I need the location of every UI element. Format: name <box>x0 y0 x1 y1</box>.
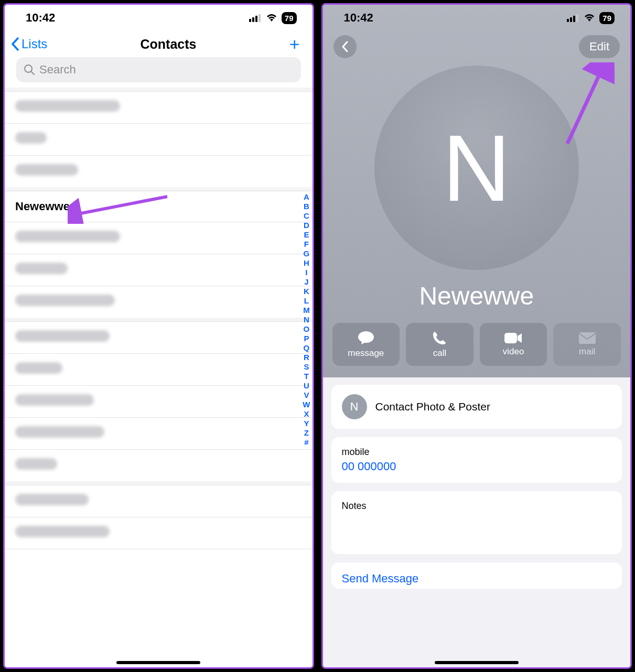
message-icon <box>357 330 375 346</box>
status-time: 10:42 <box>344 11 373 25</box>
contact-avatar[interactable]: N <box>374 66 579 270</box>
status-time: 10:42 <box>26 11 55 25</box>
message-button[interactable]: message <box>332 323 400 366</box>
index-letter[interactable]: L <box>303 296 310 305</box>
list-item[interactable] <box>5 222 313 254</box>
contacts-list[interactable]: Newewwe ABCDEFGHIJKLMNOPQRSTUVWXYZ# <box>5 88 313 667</box>
wifi-icon <box>266 14 277 22</box>
action-buttons: message call video mail <box>323 323 631 377</box>
status-indicators: 79 <box>567 12 615 24</box>
search-placeholder: Search <box>39 63 76 77</box>
page-title: Contacts <box>141 37 197 52</box>
send-message-row[interactable]: Send Message <box>331 562 622 589</box>
list-item[interactable] <box>5 124 313 156</box>
index-letter[interactable]: N <box>303 315 310 324</box>
video-button[interactable]: video <box>480 323 547 366</box>
call-button[interactable]: call <box>406 323 473 366</box>
svg-rect-10 <box>576 14 578 22</box>
svg-rect-0 <box>249 19 251 22</box>
video-icon <box>504 332 523 344</box>
index-letter[interactable]: X <box>303 409 310 418</box>
index-letter[interactable]: K <box>303 287 310 296</box>
avatar-initial: N <box>443 114 511 222</box>
edit-button[interactable]: Edit <box>579 35 620 58</box>
index-letter[interactable]: G <box>303 249 310 258</box>
notes-card[interactable]: Notes <box>331 491 622 554</box>
battery-icon: 79 <box>599 12 615 24</box>
photo-poster-label: Contact Photo & Poster <box>375 400 490 413</box>
index-letter[interactable]: H <box>303 258 310 267</box>
list-item[interactable] <box>5 418 313 450</box>
add-contact-button[interactable]: + <box>289 35 300 53</box>
edit-label: Edit <box>589 40 609 53</box>
status-bar: 10:42 79 <box>323 5 631 31</box>
index-letter[interactable]: P <box>303 334 310 343</box>
list-item[interactable] <box>5 517 313 549</box>
back-button[interactable]: Lists <box>11 37 47 51</box>
index-letter[interactable]: Z <box>303 428 310 437</box>
index-letter[interactable]: Y <box>303 419 310 428</box>
alphabet-index[interactable]: ABCDEFGHIJKLMNOPQRSTUVWXYZ# <box>303 192 310 447</box>
svg-rect-8 <box>570 17 572 22</box>
index-letter[interactable]: # <box>303 438 310 447</box>
contact-detail-screen: 10:42 79 Edit N Newewwe <box>321 3 632 669</box>
home-indicator[interactable] <box>435 661 519 664</box>
list-item[interactable] <box>5 286 313 318</box>
index-letter[interactable]: S <box>303 362 310 371</box>
contact-newewwe[interactable]: Newewwe <box>5 191 313 222</box>
battery-icon: 79 <box>282 12 297 24</box>
mini-avatar: N <box>342 394 367 419</box>
search-input[interactable]: Search <box>16 57 301 82</box>
list-item[interactable] <box>5 92 313 124</box>
svg-line-5 <box>31 72 34 74</box>
list-item[interactable] <box>5 322 313 354</box>
index-letter[interactable]: F <box>303 240 310 248</box>
list-item[interactable] <box>5 485 313 517</box>
phone-card[interactable]: mobile 00 000000 <box>331 437 622 483</box>
home-indicator[interactable] <box>116 661 200 664</box>
index-letter[interactable]: A <box>303 192 310 201</box>
back-label: Lists <box>21 37 47 51</box>
status-bar: 10:42 79 <box>5 5 313 31</box>
back-button[interactable] <box>333 35 357 58</box>
contacts-list-screen: 10:42 79 Lists Contacts + Search <box>3 3 314 669</box>
index-letter[interactable]: V <box>303 391 310 399</box>
index-letter[interactable]: T <box>303 372 310 381</box>
index-letter[interactable]: E <box>303 230 310 239</box>
contact-header: 10:42 79 Edit N Newewwe <box>323 5 631 377</box>
svg-rect-11 <box>504 333 517 343</box>
mail-icon <box>578 332 596 344</box>
mobile-label: mobile <box>342 447 612 458</box>
list-item[interactable] <box>5 386 313 418</box>
mail-button: mail <box>553 323 621 366</box>
contact-details: N Contact Photo & Poster mobile 00 00000… <box>323 377 631 667</box>
contact-name: Newewwe <box>323 275 631 323</box>
status-indicators: 79 <box>249 12 297 24</box>
list-item[interactable] <box>5 156 313 187</box>
index-letter[interactable]: J <box>303 277 310 286</box>
photo-poster-row[interactable]: N Contact Photo & Poster <box>331 385 622 429</box>
index-letter[interactable]: I <box>303 268 310 277</box>
index-letter[interactable]: U <box>303 381 310 390</box>
index-letter[interactable]: M <box>303 306 310 315</box>
mobile-number[interactable]: 00 000000 <box>342 460 612 473</box>
list-item[interactable] <box>5 254 313 286</box>
svg-rect-12 <box>579 332 596 344</box>
contact-name: Newewwe <box>15 200 70 213</box>
index-letter[interactable]: W <box>303 400 310 409</box>
index-letter[interactable]: C <box>303 211 310 220</box>
list-item[interactable] <box>5 450 313 481</box>
index-letter[interactable]: O <box>303 324 310 333</box>
svg-rect-2 <box>255 16 257 22</box>
svg-point-4 <box>25 65 32 72</box>
svg-rect-3 <box>259 14 261 22</box>
list-item[interactable] <box>5 354 313 386</box>
index-letter[interactable]: B <box>303 202 310 211</box>
index-letter[interactable]: Q <box>303 343 310 352</box>
send-message-link[interactable]: Send Message <box>342 572 419 585</box>
svg-rect-9 <box>573 16 575 22</box>
index-letter[interactable]: R <box>303 353 310 362</box>
index-letter[interactable]: D <box>303 221 310 230</box>
notes-label: Notes <box>342 501 612 512</box>
search-icon <box>24 64 35 75</box>
